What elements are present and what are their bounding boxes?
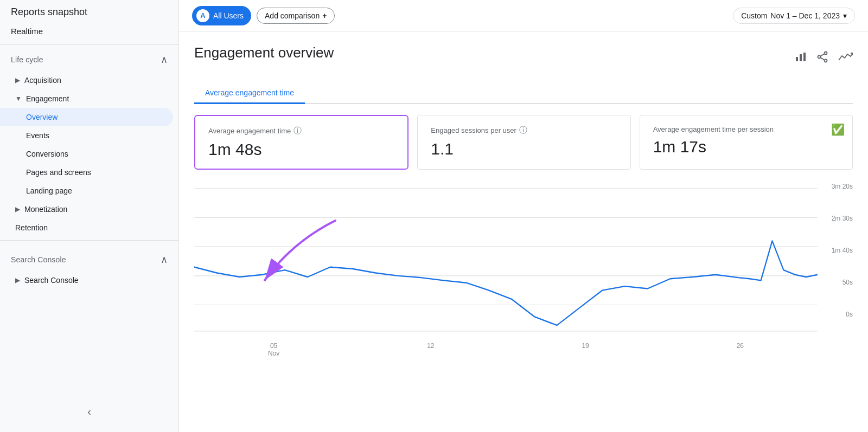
- sidebar-bottom: ‹: [0, 397, 178, 427]
- collapse-icon: ▼: [15, 95, 22, 102]
- x-label-05: 05 Nov: [268, 342, 279, 357]
- sidebar-item-engagement[interactable]: ▼ Engagement: [0, 89, 173, 108]
- metric-card-avg-engagement-per-session: Average engagement time per session 1m 1…: [640, 115, 853, 170]
- page-title-row: Engagement overview: [194, 44, 853, 72]
- sidebar-item-retention[interactable]: Retention: [0, 218, 173, 237]
- y-label-1: 2m 30s: [820, 215, 853, 222]
- page-title-icons: [794, 50, 853, 67]
- tab-average-engagement-time[interactable]: Average engagement time: [194, 83, 305, 104]
- search-console-expand-icon: ▶: [15, 276, 20, 284]
- share-icon-button[interactable]: [816, 50, 829, 67]
- bar-chart-icon-button[interactable]: [794, 50, 807, 67]
- search-console-section-header[interactable]: Search Console ∧: [0, 248, 178, 271]
- svg-line-7: [820, 57, 824, 60]
- search-console-section-label: Search Console: [11, 255, 66, 264]
- page-title: Engagement overview: [194, 44, 334, 61]
- expand-icon: ▶: [15, 76, 20, 84]
- check-icon: ✅: [831, 123, 845, 136]
- y-label-3: 50s: [820, 279, 853, 286]
- sidebar-collapse-button[interactable]: ‹: [81, 402, 98, 421]
- reports-snapshot-link[interactable]: Reports snapshot: [0, 0, 178, 21]
- insights-icon: [838, 50, 853, 63]
- x-label-12: 12: [427, 342, 434, 357]
- sidebar-item-landing-page[interactable]: Landing page: [0, 182, 173, 200]
- sidebar-divider: [0, 44, 178, 45]
- sidebar-item-monetization-label: Monetization: [24, 205, 67, 214]
- sidebar-item-overview[interactable]: Overview: [0, 108, 173, 126]
- x-label-19: 19: [582, 342, 589, 357]
- svg-rect-2: [803, 53, 806, 61]
- svg-rect-1: [800, 54, 802, 61]
- y-label-0: 3m 20s: [820, 183, 853, 190]
- sidebar-divider-2: [0, 240, 178, 241]
- metric-card-engaged-sessions: Engaged sessions per user ⓘ 1.1: [417, 115, 630, 170]
- sidebar-item-events[interactable]: Events: [0, 126, 173, 145]
- svg-point-3: [825, 51, 827, 54]
- metric-value-0: 1m 48s: [208, 140, 394, 159]
- help-icon-0[interactable]: ⓘ: [293, 126, 302, 136]
- x-label-26: 26: [737, 342, 744, 357]
- avatar: A: [196, 9, 209, 22]
- sidebar-item-acquisition[interactable]: ▶ Acquisition: [0, 71, 173, 89]
- date-range-text: Nov 1 – Dec 1, 2023: [770, 11, 840, 20]
- sidebar-item-realtime[interactable]: Realtime: [0, 21, 178, 41]
- sidebar-item-search-console[interactable]: ▶ Search Console: [0, 271, 173, 289]
- page-body: Engagement overview: [179, 31, 868, 432]
- add-comparison-label: Add comparison: [265, 11, 320, 20]
- add-icon: +: [322, 11, 327, 20]
- sidebar-item-search-console-label: Search Console: [24, 276, 79, 285]
- chart-wrapper: 3m 20s 2m 30s 1m 40s 50s 0s 05 Nov 12 19: [194, 183, 853, 357]
- metric-value-1: 1.1: [431, 140, 617, 158]
- all-users-chip[interactable]: A All Users: [192, 6, 251, 25]
- metrics-row: Average engagement time ⓘ 1m 48s Engaged…: [194, 115, 853, 170]
- bar-chart-icon: [794, 50, 807, 63]
- sidebar-item-conversions[interactable]: Conversions: [0, 145, 173, 163]
- main-content: A All Users Add comparison + Custom Nov …: [179, 0, 868, 432]
- sidebar-item-acquisition-label: Acquisition: [24, 76, 61, 85]
- metric-label-0: Average engagement time ⓘ: [208, 126, 394, 136]
- lifecycle-section-header[interactable]: Life cycle ∧: [0, 48, 178, 71]
- svg-line-6: [820, 54, 824, 56]
- svg-rect-0: [796, 57, 798, 61]
- x-axis-labels: 05 Nov 12 19 26: [194, 342, 853, 357]
- lifecycle-chevron-icon: ∧: [161, 54, 168, 66]
- monetization-expand-icon: ▶: [15, 205, 20, 213]
- svg-point-4: [818, 55, 821, 58]
- add-comparison-chip[interactable]: Add comparison +: [257, 8, 335, 24]
- metric-label-2: Average engagement time per session: [653, 125, 839, 133]
- tab-row: Average engagement time: [194, 83, 853, 104]
- sidebar-item-overview-label: Overview: [26, 113, 58, 121]
- sidebar-item-conversions-label: Conversions: [26, 150, 68, 158]
- y-axis-labels: 3m 20s 2m 30s 1m 40s 50s 0s: [820, 183, 853, 324]
- lifecycle-section-label: Life cycle: [11, 55, 43, 64]
- metric-label-1: Engaged sessions per user ⓘ: [431, 125, 617, 136]
- share-icon: [816, 50, 829, 63]
- top-bar: A All Users Add comparison + Custom Nov …: [179, 0, 868, 31]
- date-range-button[interactable]: Custom Nov 1 – Dec 1, 2023 ▾: [733, 8, 855, 24]
- sidebar-item-events-label: Events: [26, 131, 49, 140]
- date-range-chevron-icon: ▾: [843, 11, 847, 20]
- engagement-chart: [194, 183, 818, 340]
- sidebar-item-monetization[interactable]: ▶ Monetization: [0, 200, 173, 218]
- metric-value-2: 1m 17s: [653, 138, 839, 156]
- sidebar-item-engagement-label: Engagement: [26, 94, 69, 103]
- sidebar: Reports snapshot Realtime Life cycle ∧ ▶…: [0, 0, 179, 432]
- y-label-4: 0s: [820, 311, 853, 318]
- sidebar-item-retention-label: Retention: [15, 223, 48, 232]
- top-bar-right: Custom Nov 1 – Dec 1, 2023 ▾: [733, 8, 855, 24]
- all-users-label: All Users: [213, 11, 244, 20]
- sidebar-item-landing-page-label: Landing page: [26, 186, 72, 195]
- search-console-chevron-icon: ∧: [161, 254, 168, 266]
- sidebar-item-pages-screens[interactable]: Pages and screens: [0, 163, 173, 182]
- metric-card-avg-engagement: Average engagement time ⓘ 1m 48s: [194, 115, 409, 170]
- svg-point-5: [825, 59, 827, 62]
- custom-label: Custom: [741, 11, 767, 20]
- insights-icon-button[interactable]: [838, 50, 853, 67]
- y-label-2: 1m 40s: [820, 247, 853, 254]
- sidebar-item-pages-screens-label: Pages and screens: [26, 168, 91, 177]
- help-icon-1[interactable]: ⓘ: [519, 125, 527, 136]
